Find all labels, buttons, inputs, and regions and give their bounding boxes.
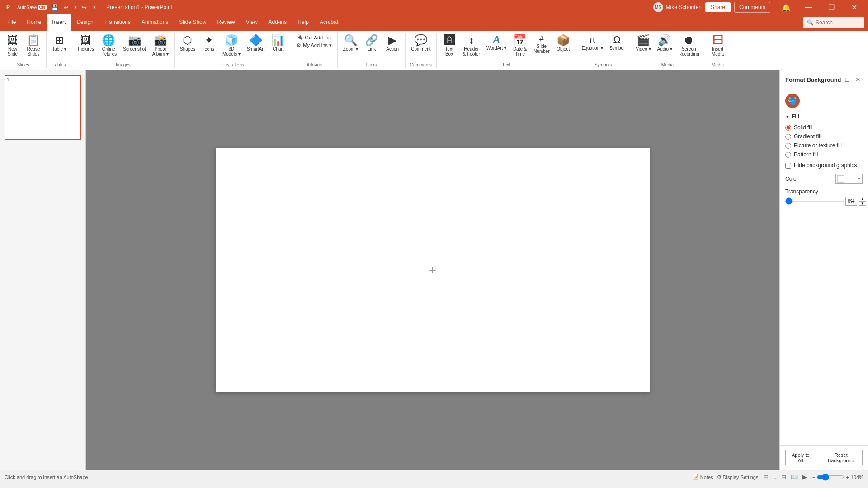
transparency-spinners: ▲ ▼	[859, 197, 866, 206]
undo-button[interactable]: ↩	[61, 2, 72, 13]
slide-sorter-button[interactable]: ⊟	[779, 473, 788, 481]
undo-dropdown[interactable]: ▼	[73, 2, 78, 13]
online-pictures-button[interactable]: 🌐 OnlinePictures	[98, 33, 119, 58]
transparency-increment-button[interactable]: ▲	[859, 197, 866, 201]
wordart-button[interactable]: A WordArt ▾	[484, 33, 509, 52]
hide-background-checkbox[interactable]	[785, 163, 791, 169]
normal-view-button[interactable]: ⊞	[762, 473, 770, 481]
get-addins-button[interactable]: 🔌 Get Add-ins	[294, 33, 334, 41]
header-footer-button[interactable]: ↕ Header& Footer	[460, 33, 483, 58]
pictures-button[interactable]: 🖼 Pictures	[75, 33, 97, 53]
slide-number-button[interactable]: # SlideNumber	[531, 33, 552, 55]
link-button[interactable]: 🔗 Link	[362, 33, 382, 53]
tab-slideshow[interactable]: Slide Show	[174, 14, 212, 31]
smartart-button[interactable]: 🔷 SmartArt	[244, 33, 267, 53]
reading-view-button[interactable]: 📖	[789, 473, 800, 481]
table-button[interactable]: ⊞ Table ▾	[49, 33, 69, 53]
tab-home[interactable]: Home	[21, 14, 47, 31]
restore-button[interactable]: ❐	[821, 0, 842, 14]
comments-group-label: Comments	[410, 61, 432, 67]
action-button[interactable]: ▶ Action	[382, 33, 402, 53]
customize-qa-button[interactable]: ▼	[91, 2, 98, 13]
shapes-button[interactable]: ⬡ Shapes	[177, 33, 198, 53]
zoom-slider[interactable]	[817, 474, 844, 481]
fill-section-label: Fill	[792, 113, 799, 120]
tab-insert[interactable]: Insert	[47, 14, 71, 31]
symbol-button[interactable]: Ω Symbol	[607, 33, 627, 52]
reuse-slides-button[interactable]: 📋 ReuseSlides	[24, 33, 43, 58]
apply-to-all-button[interactable]: Apply to All	[785, 450, 816, 465]
chart-button[interactable]: 📊 Chart	[268, 33, 288, 53]
photo-album-button[interactable]: 📸 PhotoAlbum ▾	[150, 33, 171, 58]
tab-file[interactable]: File	[2, 14, 21, 31]
tab-review[interactable]: Review	[212, 14, 240, 31]
gradient-fill-radio[interactable]	[785, 134, 791, 140]
save-button[interactable]: 💾	[49, 2, 60, 13]
tab-addins[interactable]: Add-ins	[263, 14, 292, 31]
audio-button[interactable]: 🔊 Audio ▾	[655, 33, 675, 53]
close-button[interactable]: ✕	[844, 0, 864, 14]
3d-models-button[interactable]: 🧊 3DModels ▾	[220, 33, 243, 58]
new-slide-button[interactable]: 🖼 NewSlide	[3, 33, 23, 58]
media-group-label: Media	[661, 61, 674, 67]
transparency-decrement-button[interactable]: ▼	[859, 201, 866, 206]
tab-design[interactable]: Design	[71, 14, 99, 31]
panel-close-button[interactable]: ✕	[854, 75, 863, 84]
slide-thumbnail-1[interactable]: 1	[5, 75, 81, 140]
display-settings-button[interactable]: ⚙ Display Settings	[717, 474, 759, 480]
my-addins-icon: ⚙	[297, 42, 301, 48]
icons-button[interactable]: ✦ Icons	[199, 33, 219, 53]
text-box-button[interactable]: 🅰 TextBox	[439, 33, 459, 58]
tab-help[interactable]: Help	[292, 14, 314, 31]
pattern-fill-radio[interactable]	[785, 152, 791, 158]
tab-acrobat[interactable]: Acrobat	[314, 14, 344, 31]
slide-inner-thumb	[7, 84, 79, 137]
minimize-button[interactable]: —	[798, 0, 819, 14]
fill-section-header[interactable]: ▼ Fill	[785, 113, 863, 121]
tab-view[interactable]: View	[241, 14, 263, 31]
redo-button[interactable]: ↪	[79, 2, 90, 13]
my-addins-button[interactable]: ⚙ My Add-ins ▾	[294, 42, 334, 49]
comments-button[interactable]: Comments	[734, 2, 770, 13]
hide-background-option[interactable]: Hide background graphics	[785, 162, 863, 169]
search-input[interactable]	[816, 19, 861, 26]
screenshot-button[interactable]: 📷 Screenshot	[120, 33, 149, 53]
ribbon-group-images: 🖼 Pictures 🌐 OnlinePictures 📷 Screenshot…	[72, 33, 175, 68]
tab-transitions[interactable]: Transitions	[99, 14, 136, 31]
notification-icon[interactable]: 🔔	[776, 0, 797, 14]
slideshow-button[interactable]: ▶	[801, 473, 809, 481]
date-time-button[interactable]: 📅 Date &Time	[510, 33, 530, 58]
insert-media-button[interactable]: 🎞 InsertMedia	[708, 33, 728, 58]
screen-recording-button[interactable]: ⏺ ScreenRecording	[676, 33, 702, 58]
share-button[interactable]: Share	[705, 2, 731, 12]
zoom-in-icon[interactable]: +	[846, 474, 849, 480]
illustrations-items: ⬡ Shapes ✦ Icons 🧊 3DModels ▾ 🔷 SmartArt…	[177, 33, 288, 61]
zoom-out-icon[interactable]: −	[812, 474, 815, 480]
comment-button[interactable]: 💬 Comment	[408, 33, 433, 53]
color-swatch	[837, 175, 844, 183]
video-button[interactable]: 🎬 Video ▾	[633, 33, 653, 53]
panel-detach-button[interactable]: ⊟	[843, 75, 852, 84]
gradient-fill-option[interactable]: Gradient fill	[785, 133, 863, 140]
autosave-toggle[interactable]: AutoSave ON	[15, 2, 48, 13]
status-left: Click and drag to insert an AutoShape.	[5, 474, 90, 480]
slide-panel[interactable]: 1	[0, 70, 86, 470]
pattern-fill-option[interactable]: Pattern fill	[785, 151, 863, 158]
solid-fill-radio[interactable]	[785, 125, 791, 131]
color-picker-button[interactable]: ▼	[835, 174, 863, 184]
zoom-button[interactable]: 🔍 Zoom ▾	[340, 33, 361, 53]
tab-animations[interactable]: Animations	[136, 14, 174, 31]
reset-background-button[interactable]: Reset Background	[820, 450, 863, 465]
slide-canvas[interactable]: +	[216, 148, 650, 392]
solid-fill-option[interactable]: Solid fill	[785, 124, 863, 131]
canvas-area[interactable]: +	[86, 70, 779, 470]
picture-texture-label: Picture or texture fill	[794, 142, 842, 149]
notes-button[interactable]: 📝 Notes	[693, 474, 713, 480]
picture-texture-option[interactable]: Picture or texture fill	[785, 142, 863, 149]
equation-button[interactable]: π Equation ▾	[579, 33, 606, 52]
object-button[interactable]: 📦 Object	[553, 33, 573, 53]
ribbon-group-comments: 💬 Comment Comments	[406, 33, 436, 68]
outline-view-button[interactable]: ≡	[771, 473, 778, 481]
transparency-slider[interactable]	[785, 201, 844, 202]
picture-texture-radio[interactable]	[785, 143, 791, 149]
